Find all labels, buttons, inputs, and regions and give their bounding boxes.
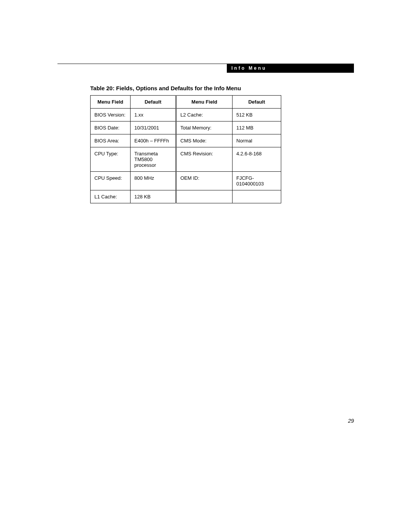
table-row: CPU Type: Transmeta TM5800 processor CMS…	[91, 147, 281, 172]
cell-default: Normal	[233, 134, 281, 147]
cell-empty	[233, 190, 281, 203]
cell-menu-field: Total Memory:	[176, 121, 233, 134]
table-caption: Table 20: Fields, Options and Defaults f…	[90, 85, 354, 91]
cell-default: 1.xx	[131, 109, 176, 121]
table-row: BIOS Date: 10/31/2001 Total Memory: 112 …	[91, 121, 281, 134]
table-row: CPU Speed: 800 MHz OEM ID: FJCFG-0104000…	[91, 172, 281, 190]
cell-menu-field: L1 Cache:	[91, 190, 131, 203]
cell-menu-field: BIOS Version:	[91, 109, 131, 121]
page-number: 29	[348, 418, 354, 424]
cell-default: 512 KB	[233, 109, 281, 121]
cell-menu-field: BIOS Area:	[91, 134, 131, 147]
cell-default: 10/31/2001	[131, 121, 176, 134]
cell-menu-field: CMS Mode:	[176, 134, 233, 147]
info-menu-table: Menu Field Default Menu Field Default BI…	[90, 95, 281, 203]
table-header-row: Menu Field Default Menu Field Default	[91, 96, 281, 109]
cell-menu-field: CMS Revision:	[176, 147, 233, 172]
col-header-menu-field-left: Menu Field	[91, 96, 131, 109]
cell-menu-field: OEM ID:	[176, 172, 233, 190]
cell-menu-field: CPU Type:	[91, 147, 131, 172]
col-header-default-left: Default	[131, 96, 176, 109]
cell-menu-field: BIOS Date:	[91, 121, 131, 134]
cell-default: 800 MHz	[131, 172, 176, 190]
cell-default: FJCFG-0104000103	[233, 172, 281, 190]
cell-default: 128 KB	[131, 190, 176, 203]
table-row: BIOS Version: 1.xx L2 Cache: 512 KB	[91, 109, 281, 121]
cell-default: E400h – FFFFh	[131, 134, 176, 147]
cell-default: 4.2.6-8-168	[233, 147, 281, 172]
cell-menu-field: L2 Cache:	[176, 109, 233, 121]
cell-empty	[176, 190, 233, 203]
col-header-menu-field-right: Menu Field	[176, 96, 233, 109]
table-row: L1 Cache: 128 KB	[91, 190, 281, 203]
col-header-default-right: Default	[233, 96, 281, 109]
cell-default: 112 MB	[233, 121, 281, 134]
cell-menu-field: CPU Speed:	[91, 172, 131, 190]
section-header: Info Menu	[227, 64, 354, 73]
cell-default: Transmeta TM5800 processor	[131, 147, 176, 172]
table-row: BIOS Area: E400h – FFFFh CMS Mode: Norma…	[91, 134, 281, 147]
